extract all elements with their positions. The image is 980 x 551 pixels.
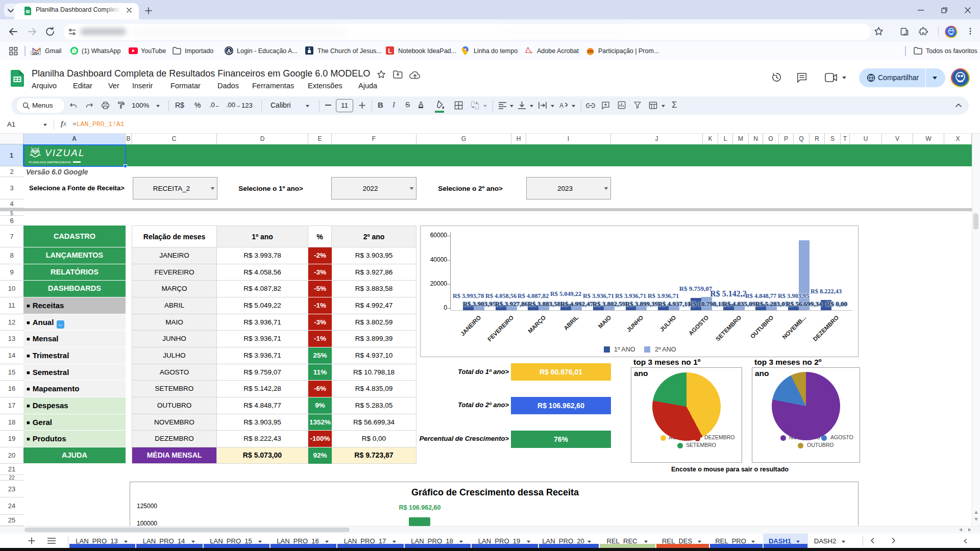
svg-text:L: L bbox=[388, 47, 391, 55]
svg-text:xxx: xxx bbox=[587, 50, 593, 54]
svg-text:A: A bbox=[559, 102, 564, 109]
svg-text:A: A bbox=[227, 48, 231, 54]
